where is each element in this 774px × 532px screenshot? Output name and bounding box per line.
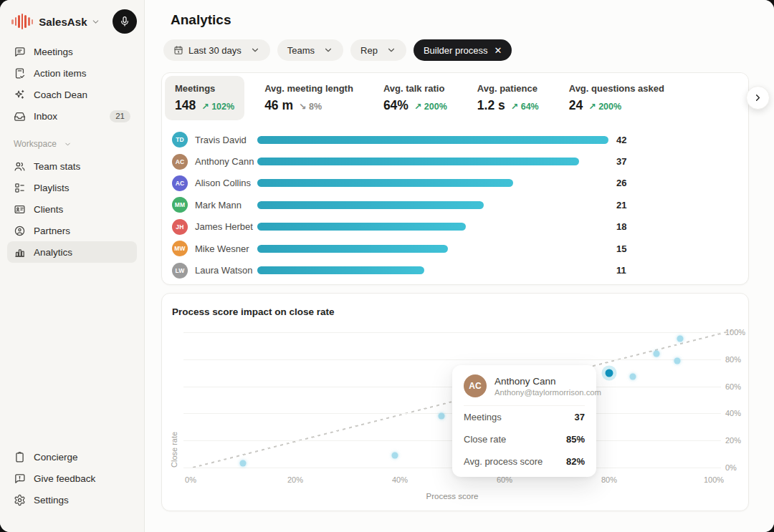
sidebar-item-label: Give feedback [34,473,95,484]
sidebar-item-team-stats[interactable]: Team stats [7,155,137,177]
filter-bar: Last 30 days Teams Rep Builder process ✕ [163,39,749,61]
stat-delta: ↘ 8% [299,101,322,112]
meetings-bar[interactable] [257,179,513,187]
meetings-bar[interactable] [257,245,448,253]
filter-teams[interactable]: Teams [277,39,343,61]
sidebar-item-inbox[interactable]: Inbox 21 [7,105,137,127]
gear-icon [14,494,26,506]
rep-name: Mark Mann [195,200,257,211]
bar-value: 42 [616,135,626,145]
x-axis-title: Process score [191,492,714,500]
meetings-bar[interactable] [257,223,466,231]
workspace-section-label[interactable]: Workspace [14,139,130,149]
sidebar-item-clients[interactable]: Clients [7,198,137,220]
sidebar-item-label: Team stats [34,161,80,172]
scatter-title: Process score impact on close rate [172,306,335,317]
id-card-icon [14,203,26,216]
sidebar-item-coach-dean[interactable]: Coach Dean [7,84,137,105]
stat-delta: ↗ 64% [511,101,539,112]
rep-bar-row: MW Mike Wesner 15 [162,238,748,259]
sidebar-item-give-feedback[interactable]: Give feedback [7,468,137,489]
rep-bar-row: MM Mark Mann 21 [162,194,748,216]
sidebar-item-analytics[interactable]: Analytics [7,241,137,263]
filter-rep[interactable]: Rep [350,39,406,61]
scatter-point[interactable] [674,357,680,364]
bar-track [257,245,608,253]
feedback-bubble-icon [14,473,26,485]
scatter-point[interactable] [653,351,659,357]
microphone-icon [119,16,130,27]
scatter-tooltip: AC Anthony Cann Anthony@taylormorrison.c… [452,365,596,477]
sidebar-item-partners[interactable]: Partners [7,220,137,241]
record-mic-button[interactable] [113,9,137,34]
chevron-right-icon [752,92,763,103]
y-tick-label: 100% [725,328,745,337]
sidebar-item-label: Concierge [34,452,78,463]
chevron-down-icon[interactable] [91,17,100,26]
x-tick-label: 80% [601,475,617,484]
page-title: Analytics [171,12,749,28]
stat-delta: ↗ 200% [414,101,447,112]
avatar: AC [172,175,188,191]
sidebar-item-action-items[interactable]: Action items [7,62,137,84]
meetings-bar[interactable] [257,158,579,165]
sidebar-item-label: Playlists [34,183,70,193]
list-grid-icon [14,182,26,194]
sidebar-header: SalesAsk [7,7,137,41]
chat-bubble-icon [14,46,26,58]
scatter-point[interactable] [391,452,398,458]
sidebar-item-settings[interactable]: Settings [7,489,137,511]
stat-avg-questions-asked[interactable]: Avg. questions asked 24↗ 200% [559,76,674,120]
stat-meetings[interactable]: Meetings 148↗ 102% [165,76,244,120]
sidebar-item-playlists[interactable]: Playlists [7,177,137,198]
inbox-unread-badge: 21 [110,110,130,122]
bar-track [257,201,608,209]
y-axis-title: Close rate [170,332,178,468]
avatar: MM [172,197,188,213]
sidebar-item-meetings[interactable]: Meetings [7,41,137,62]
stats-fade-overlay [687,73,748,120]
close-icon[interactable]: ✕ [494,45,502,56]
bar-track [257,266,608,274]
meetings-bar[interactable] [257,201,484,209]
scatter-point[interactable] [240,460,247,467]
rep-name: Mike Wesner [195,243,257,254]
scatter-point[interactable] [439,413,445,420]
filter-builder-process[interactable]: Builder process ✕ [414,39,512,61]
bar-value: 21 [616,200,626,211]
stat-avg-talk-ratio[interactable]: Avg. talk ratio 64%↗ 200% [373,76,457,120]
salesask-logo-icon [11,14,33,29]
stat-avg-meeting-length[interactable]: Avg. meeting length 46 m↘ 8% [254,76,363,120]
gridline [183,359,721,360]
avatar: JH [172,219,188,235]
x-tick-label: 20% [287,475,303,484]
y-tick-label: 0% [725,463,737,472]
sidebar-footer: Concierge Give feedback Settings [7,446,137,511]
tooltip-email: Anthony@taylormorrison.com [494,388,601,397]
rep-name: Laura Watson [195,265,257,276]
meetings-overview-card: Meetings 148↗ 102% Avg. meeting length 4… [161,72,749,285]
stats-next-button[interactable] [746,86,770,110]
tooltip-row: Close rate85% [464,428,585,450]
bar-value: 11 [616,265,626,276]
avatar: MW [172,241,188,256]
brand-name[interactable]: SalesAsk [39,16,87,28]
meetings-bar[interactable] [257,266,424,274]
scatter-point[interactable] [629,374,636,380]
filter-date-range[interactable]: Last 30 days [163,39,270,61]
sidebar-item-label: Action items [34,68,87,79]
rep-name: Alison Collins [195,178,257,188]
calendar-icon [173,45,183,55]
stat-avg-patience[interactable]: Avg. patience 1.2 s↗ 64% [467,76,549,120]
scatter-point[interactable] [677,336,683,342]
chevron-down-icon [323,45,333,55]
bar-chart-icon [14,246,26,258]
meetings-bar[interactable] [257,136,608,144]
sidebar-item-concierge[interactable]: Concierge [7,446,137,468]
rep-bar-row: AC Anthony Cann 37 [162,150,748,172]
scatter-point-highlighted[interactable] [606,369,613,377]
sidebar-item-label: Settings [34,495,69,506]
avatar: AC [464,374,487,397]
bar-track [257,158,608,165]
gridline [183,332,721,333]
